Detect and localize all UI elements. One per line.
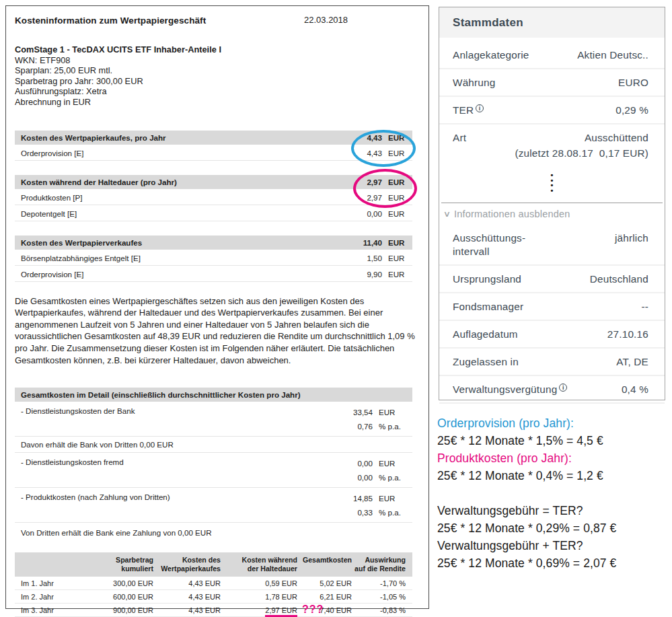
yearly-table-cell: 600,00 EUR <box>91 593 153 601</box>
section-header-bar: Kosten während der Haltedauer (pro Jahr)… <box>15 175 412 189</box>
product-lines: WKN: ETF908Sparplan: 25,00 EUR mtl.Sparb… <box>15 55 412 108</box>
cost-row-label: Börsenplatzabhängiges Entgelt [E] <box>21 254 359 262</box>
yearly-table-cell: Im 1. Jahr <box>21 579 91 587</box>
detail-value-line: 14,85EUR <box>350 491 406 505</box>
stammdaten-value: 0,4 % <box>622 383 648 396</box>
yearly-table-cell: Im 2. Jahr <box>21 593 91 601</box>
info-icon[interactable]: i <box>559 384 567 392</box>
stammdaten-value: EURO <box>618 76 648 89</box>
yearly-table-row: Im 1. Jahr300,00 EUR4,43 EUR0,59 EUR5,02… <box>15 577 412 590</box>
yearly-header-cell: Auswirkungauf die Rendite <box>352 556 406 573</box>
cost-row-label: Orderprovision [E] <box>21 149 359 157</box>
yearly-header-line: Kosten des <box>153 556 221 565</box>
document-title: Kosteninformation zum Wertpapiergeschäft <box>15 15 206 26</box>
stammdaten-label: Fondsmanager <box>453 300 523 314</box>
section-header-value: 11,40EUR <box>359 238 406 247</box>
product-name: ComStage 1 - TecDAX UCITS ETF Inhaber-An… <box>15 44 412 55</box>
detail-row-values: 0,00EUR0,00% p.a. <box>350 456 406 484</box>
note-line: Verwaltungsgebühr + TER? <box>437 537 672 554</box>
document-header: Kosteninformation zum Wertpapiergeschäft… <box>15 14 412 26</box>
total-cost-paragraph: Die Gesamtkosten eines Wertpapiergeschäf… <box>15 295 416 367</box>
value-number: 11,40 <box>359 238 382 247</box>
value-unit: EUR <box>379 491 406 505</box>
note-line: Orderprovision (pro Jahr): <box>437 414 672 432</box>
note-line: 25€ * 12 Monate * 0,4% = 1,2 € <box>437 467 672 484</box>
cost-row-label: Produktkosten [P] <box>21 193 359 202</box>
yearly-table-cell: -0,83 % <box>352 606 406 614</box>
yearly-header-line: Wertpapierkaufes <box>153 565 221 573</box>
yearly-table-cell: Im 3. Jahr <box>21 606 91 614</box>
stammdaten-value: Ausschüttend(zuletzt 28.08.17 0,17 EUR) <box>515 131 648 160</box>
yearly-table-cell: 4,43 EUR <box>153 579 221 587</box>
info-icon[interactable]: i <box>476 104 484 112</box>
detail-cost-row: - Dienstleistungskosten fremd0,00EUR0,00… <box>15 453 412 488</box>
underlined-value: 2,97 EUR <box>265 606 297 617</box>
product-line: Sparbetrag pro Jahr: 300,00 EUR <box>15 76 412 87</box>
vertical-ellipsis-icon: • • • • <box>439 166 665 194</box>
document-date: 22.03.2018 <box>304 15 348 25</box>
value-number: 2,97 <box>359 178 382 186</box>
value-number: 1,50 <box>359 254 382 262</box>
value-unit: EUR <box>388 209 406 218</box>
detail-section-header-bar: Gesamtkosten im Detail (einschließlich d… <box>15 388 412 402</box>
yearly-table-cell: -1,05 % <box>352 593 406 601</box>
yearly-header-line: Kosten während <box>221 556 297 565</box>
value-number: 0,33 <box>350 505 373 519</box>
value-number: 33,54 <box>350 405 373 419</box>
detail-cost-row: - Dienstleistungskosten der Bank33,54EUR… <box>15 402 412 437</box>
stammdaten-value: Aktien Deutsc.. <box>577 48 648 62</box>
detail-row-label: - Produktkosten (nach Zahlung von Dritte… <box>21 491 350 519</box>
yearly-header-cell: Sparbetragkumuliert <box>91 556 153 573</box>
stammdaten-value: jährlich <box>615 231 648 258</box>
stammdaten-row: Ausschüttungs- intervalljährlich <box>439 225 665 266</box>
cost-row: Produktkosten [P]2,97EUR <box>15 189 412 205</box>
calculation-notes: Orderprovision (pro Jahr):25€ * 12 Monat… <box>437 414 672 572</box>
cost-section: Kosten des Wertpapierverkaufes11,40EURBö… <box>15 235 412 282</box>
stammdaten-label: Anlagekategorie <box>453 48 529 62</box>
detail-row-label: - Dienstleistungskosten der Bank <box>21 405 350 433</box>
detail-value-line: 0,00% p.a. <box>350 470 406 484</box>
yearly-header-line: auf die Rendite <box>352 565 406 573</box>
yearly-table-row: Im 3. Jahr900,00 EUR4,43 EUR2,97 EUR???7… <box>15 604 412 617</box>
value-unit: EUR <box>388 254 406 262</box>
value-unit: EUR <box>388 238 406 247</box>
value-number: 4,43 <box>359 149 382 157</box>
stammdaten-row: Verwaltungsvergütungi0,4 % <box>439 376 665 404</box>
value-unit: EUR <box>379 456 406 470</box>
value-unit: EUR <box>388 270 406 279</box>
cost-row-value: 0,00EUR <box>359 209 406 218</box>
collapse-information-toggle[interactable]: ∨ Informationen ausblenden <box>439 203 665 225</box>
yearly-table-row: Im 2. Jahr600,00 EUR4,43 EUR1,78 EUR6,21… <box>15 590 412 604</box>
value-unit: EUR <box>388 149 406 157</box>
value-unit: % p.a. <box>379 470 406 484</box>
value-number: 14,85 <box>350 491 373 505</box>
yearly-table-header: SparbetragkumuliertKosten desWertpapierk… <box>15 552 412 577</box>
stammdaten-label: Verwaltungsvergütungi <box>453 383 567 396</box>
cost-section: Kosten während der Haltedauer (pro Jahr)… <box>15 175 412 221</box>
yearly-header-line: Sparbetrag <box>91 556 153 565</box>
stammdaten-title: Stammdaten <box>439 7 665 38</box>
stammdaten-label: Ausschüttungs- intervall <box>453 231 525 258</box>
product-line: Ausführungsplatz: Xetra <box>15 86 412 97</box>
stammdaten-row: Fondsmanager-- <box>439 293 665 321</box>
detail-row-label: - Dienstleistungskosten fremd <box>21 456 350 484</box>
note-line <box>437 484 672 502</box>
value-number: 0,00 <box>359 209 382 218</box>
yearly-header-line: Auswirkung <box>352 556 406 565</box>
stammdaten-label: Währung <box>453 76 495 89</box>
value-unit: % p.a. <box>379 505 406 519</box>
note-line: Produktkosten (pro Jahr): <box>437 449 672 467</box>
stammdaten-value: -- <box>641 300 648 314</box>
cost-row-label: Orderprovision [E] <box>21 270 359 279</box>
stammdaten-rows-bottom: Ausschüttungs- intervalljährlichUrsprung… <box>439 225 665 404</box>
cost-row: Orderprovision [E]4,43EUR <box>15 145 412 161</box>
detail-value-line: 0,76% p.a. <box>350 419 406 433</box>
yearly-table-cell: 4,43 EUR <box>153 606 221 614</box>
value-number: 2,97 <box>359 193 382 202</box>
product-line: Abrechnung in EUR <box>15 97 412 108</box>
value-unit: EUR <box>388 178 406 186</box>
value-number: 0,00 <box>350 470 373 484</box>
value-unit: EUR <box>388 193 406 202</box>
yearly-table-cell: 2,97 EUR??? <box>221 606 297 614</box>
stammdaten-label: Zugelassen in <box>453 355 519 369</box>
